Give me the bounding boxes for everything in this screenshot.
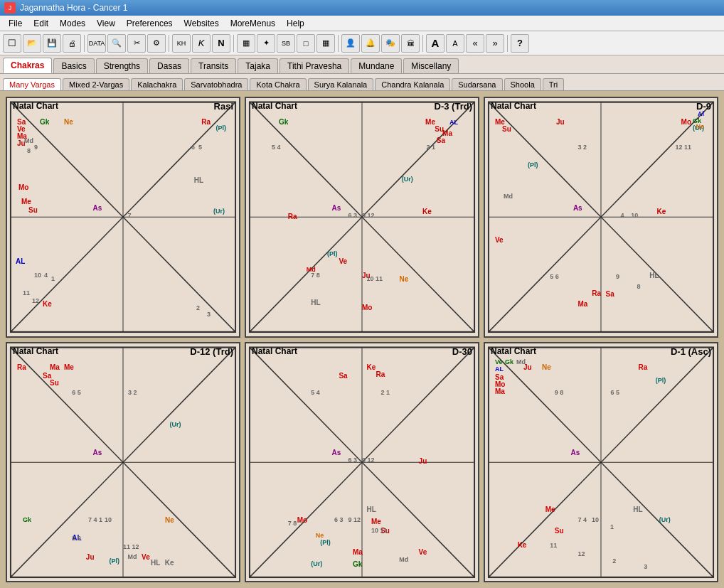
planet-mo-d30: Mo bbox=[297, 516, 307, 524]
menu-edit[interactable]: Edit bbox=[28, 17, 54, 30]
grid-button[interactable]: ▦ bbox=[237, 34, 255, 53]
planet-al-d3: AL bbox=[449, 119, 458, 127]
prev-button[interactable]: « bbox=[466, 34, 484, 53]
planet-pl-rasi: (Pl) bbox=[216, 125, 227, 132]
subtab-many-vargas[interactable]: Many Vargas bbox=[3, 78, 61, 90]
mask-button[interactable]: 🎭 bbox=[381, 34, 400, 53]
help-button[interactable]: ? bbox=[511, 34, 529, 53]
num-21-d30: 2 1 bbox=[381, 390, 390, 397]
subtab-mixed-2-vargas[interactable]: Mixed 2-Vargas bbox=[63, 78, 129, 90]
next-button[interactable]: » bbox=[486, 34, 504, 53]
tab-chakras[interactable]: Chakras bbox=[3, 58, 52, 73]
data-button[interactable]: DATA bbox=[87, 34, 106, 53]
num-10-d12: 10 bbox=[105, 517, 112, 524]
planet-ke-rasi: Ke bbox=[43, 300, 52, 308]
chart-d3-title: Natal Chart bbox=[252, 101, 297, 111]
planet-sa-d3: Sa bbox=[437, 137, 445, 144]
num-912b-d30: 9 12 bbox=[348, 517, 361, 524]
chart-d9-title: Natal Chart bbox=[491, 101, 536, 111]
menu-view[interactable]: View bbox=[91, 17, 121, 30]
planet-ju-d9: Ju bbox=[556, 118, 565, 126]
new-button[interactable]: ☐ bbox=[3, 34, 21, 53]
search-button[interactable]: 🔍 bbox=[107, 34, 126, 53]
planet-su-rasi: Su bbox=[28, 206, 38, 214]
num-65-d12: 6 5 bbox=[72, 390, 81, 397]
separator-5 bbox=[422, 35, 423, 52]
chart-d30-title: Natal Chart bbox=[252, 346, 297, 356]
subtab-surya-kalanala[interactable]: Surya Kalanala bbox=[308, 78, 374, 90]
n-button[interactable]: N bbox=[212, 34, 230, 53]
num-10-d9: 10 bbox=[631, 213, 638, 220]
subtab-kalachakra[interactable]: Kalachakra bbox=[131, 78, 183, 90]
tab-miscellany[interactable]: Miscellany bbox=[403, 58, 459, 73]
app-icon: J bbox=[4, 2, 16, 14]
subtab-tri[interactable]: Tri bbox=[543, 78, 564, 90]
chart-rasi-svg bbox=[7, 98, 239, 336]
open-button[interactable]: 📂 bbox=[23, 34, 41, 53]
planet-ra-rasi: Ra bbox=[201, 118, 211, 126]
tab-tithi-pravesha[interactable]: Tithi Pravesha bbox=[280, 58, 349, 73]
hl-d12: HL bbox=[151, 559, 160, 567]
tab-mundane[interactable]: Mundane bbox=[351, 58, 402, 73]
menu-help[interactable]: Help bbox=[281, 17, 310, 30]
chart-rasi-label: Rasi bbox=[214, 101, 233, 112]
separator-6 bbox=[507, 35, 508, 52]
separator-1 bbox=[84, 35, 85, 52]
subtab-sarvatobhadra[interactable]: Sarvatobhadra bbox=[184, 78, 248, 90]
num-4-d9: 4 bbox=[621, 213, 624, 220]
subtab-chandra-kalanala[interactable]: Chandra Kalanala bbox=[375, 78, 450, 90]
planet-md-rasi: Md bbox=[24, 138, 33, 145]
sub-tab-bar: Many Vargas Mixed 2-Vargas Kalachakra Sa… bbox=[0, 74, 724, 91]
planet-ma-d9: Ma bbox=[577, 300, 587, 308]
chart-d3-label: D-3 (Trd) bbox=[435, 101, 472, 112]
tab-dasas[interactable]: Dasas bbox=[149, 58, 189, 73]
settings-button[interactable]: ⚙ bbox=[147, 34, 166, 53]
planet-as-rasi: As bbox=[93, 203, 102, 211]
temple-button[interactable]: 🏛 bbox=[401, 34, 420, 53]
separator-3 bbox=[233, 35, 234, 52]
scissors-button[interactable]: ✂ bbox=[127, 34, 146, 53]
font-large-button[interactable]: A bbox=[426, 34, 444, 53]
subtab-sudarsana[interactable]: Sudarsana bbox=[452, 78, 502, 90]
tab-basics[interactable]: Basics bbox=[53, 58, 94, 73]
grid2-button[interactable]: ▦ bbox=[316, 34, 335, 53]
menu-websites[interactable]: Websites bbox=[179, 17, 225, 30]
planet-pl-d1: (Pl) bbox=[656, 378, 666, 385]
sb-button[interactable]: SB bbox=[277, 34, 295, 53]
star-button[interactable]: ✦ bbox=[257, 34, 275, 53]
tab-tajaka[interactable]: Tajaka bbox=[238, 58, 278, 73]
planet-mo-d3: Mo bbox=[362, 304, 372, 311]
num-11-d1: 11 bbox=[550, 542, 557, 550]
planet-ke-d30: Ke bbox=[367, 363, 376, 371]
tab-strengths[interactable]: Strengths bbox=[96, 58, 148, 73]
num-1-d1: 1 bbox=[610, 524, 614, 531]
chart-d12-label: D-12 (Trd) bbox=[190, 346, 233, 357]
person-button[interactable]: 👤 bbox=[341, 34, 360, 53]
planet-ra-d9: Ra bbox=[592, 289, 601, 297]
menu-moremenus[interactable]: MoreMenus bbox=[225, 17, 281, 30]
num-10-rasi: 10 bbox=[34, 272, 41, 279]
num-8-rasi: 8 bbox=[27, 148, 31, 155]
chart-d30-label: D-30 bbox=[452, 346, 472, 357]
planet-ra-d12: Ra bbox=[17, 363, 26, 371]
subtab-kota-chakra[interactable]: Kota Chakra bbox=[250, 78, 306, 90]
planet-md-d12: Md bbox=[128, 554, 137, 561]
tab-transits[interactable]: Transits bbox=[191, 58, 236, 73]
kh-button[interactable]: KH bbox=[172, 34, 191, 53]
sq-button[interactable]: □ bbox=[297, 34, 315, 53]
font-small-button[interactable]: A bbox=[446, 34, 464, 53]
k-button[interactable]: K bbox=[192, 34, 211, 53]
subtab-shoola[interactable]: Shoola bbox=[504, 78, 541, 90]
save-button[interactable]: 💾 bbox=[43, 34, 61, 53]
menu-preferences[interactable]: Preferences bbox=[121, 17, 179, 30]
planet-ra-d3: Ra bbox=[288, 213, 297, 220]
bell-button[interactable]: 🔔 bbox=[361, 34, 380, 53]
planet-gk-d30: Gk bbox=[353, 560, 362, 568]
print-button[interactable]: 🖨 bbox=[63, 34, 81, 53]
num-11-rasi: 11 bbox=[23, 290, 30, 297]
num-54-d30: 5 4 bbox=[311, 390, 320, 397]
planet-me-d1: Me bbox=[545, 506, 555, 513]
planet-me-d30: Me bbox=[371, 518, 381, 525]
menu-file[interactable]: File bbox=[3, 17, 28, 30]
menu-modes[interactable]: Modes bbox=[54, 17, 91, 30]
